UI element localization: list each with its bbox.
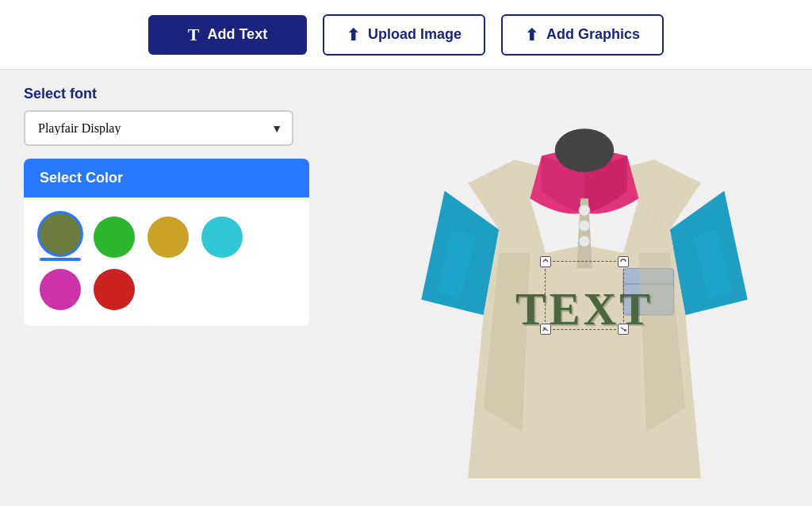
add-graphics-label: Add Graphics xyxy=(546,26,640,43)
svg-point-0 xyxy=(555,128,614,172)
font-section: Select font Playfair Display Arial Georg… xyxy=(24,86,357,146)
color-item-gold xyxy=(147,217,189,258)
font-select[interactable]: Playfair Display Arial Georgia Times New… xyxy=(24,110,293,146)
color-red[interactable] xyxy=(94,269,135,310)
upload-image-button[interactable]: ⬆ Upload Image xyxy=(323,14,485,56)
font-select-wrapper: Playfair Display Arial Georgia Times New… xyxy=(24,110,293,146)
color-section-header: Select Color xyxy=(24,159,309,197)
top-toolbar: T Add Text ⬆ Upload Image ⬆ Add Graphics xyxy=(0,0,812,70)
color-item-red xyxy=(94,269,135,310)
color-item-cyan xyxy=(201,217,243,258)
color-section: Select Color xyxy=(24,159,309,326)
shirt-container: TEXT xyxy=(418,98,751,478)
add-text-label: Add Text xyxy=(207,26,267,43)
color-item-magenta xyxy=(40,269,81,310)
upload-image-icon: ⬆ xyxy=(347,25,360,44)
color-row-1 xyxy=(40,213,293,261)
color-cyan[interactable] xyxy=(201,217,243,258)
shirt-svg xyxy=(418,98,751,478)
svg-point-3 xyxy=(579,236,590,247)
svg-point-1 xyxy=(579,205,590,216)
color-item-olive xyxy=(40,213,81,261)
add-graphics-button[interactable]: ⬆ Add Graphics xyxy=(501,14,664,56)
upload-image-label: Upload Image xyxy=(368,26,462,43)
color-row-2 xyxy=(40,269,293,310)
color-gold[interactable] xyxy=(147,217,189,258)
main-content: Select font Playfair Display Arial Georg… xyxy=(0,70,812,506)
svg-point-2 xyxy=(579,220,590,232)
font-section-label: Select font xyxy=(24,86,357,102)
color-item-green xyxy=(94,217,135,258)
left-panel: Select font Playfair Display Arial Georg… xyxy=(24,86,357,490)
text-icon: T xyxy=(188,25,200,45)
color-grid xyxy=(24,197,309,326)
color-green[interactable] xyxy=(94,217,135,258)
color-olive[interactable] xyxy=(40,213,81,255)
add-graphics-icon: ⬆ xyxy=(525,25,538,44)
right-panel: TEXT xyxy=(381,86,788,490)
add-text-button[interactable]: T Add Text xyxy=(148,15,307,55)
color-underline-olive xyxy=(40,258,81,261)
color-magenta[interactable] xyxy=(40,269,81,310)
